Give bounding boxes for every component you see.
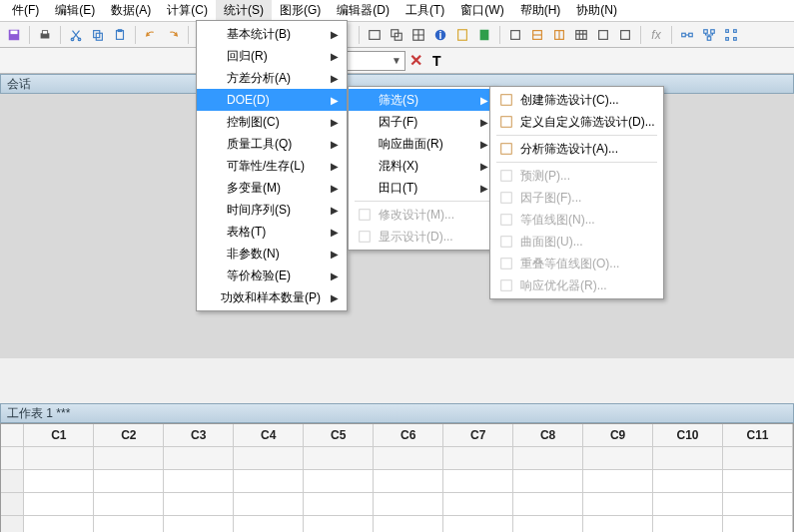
flow1-icon[interactable] bbox=[677, 25, 697, 45]
column-name-cell[interactable] bbox=[304, 447, 374, 469]
name-row-hdr[interactable] bbox=[1, 447, 24, 469]
data-cell[interactable] bbox=[653, 493, 723, 515]
stats-item[interactable]: 可靠性/生存(L)▶ bbox=[197, 155, 347, 177]
menu-item[interactable]: 编辑器(D) bbox=[329, 0, 397, 21]
stats-item[interactable]: 等价检验(E)▶ bbox=[197, 265, 347, 286]
data-cell[interactable] bbox=[234, 493, 304, 515]
screen-item[interactable]: 分析筛选设计(A)... bbox=[490, 138, 663, 160]
delete-icon[interactable]: ✕ bbox=[409, 51, 422, 70]
column-header[interactable]: C5 bbox=[304, 424, 374, 446]
data-cell[interactable] bbox=[513, 493, 583, 515]
stack-icon[interactable] bbox=[387, 25, 406, 45]
data-cell[interactable] bbox=[653, 470, 723, 492]
doe-item[interactable]: 因子(F)▶ bbox=[349, 111, 496, 133]
row-header[interactable] bbox=[1, 516, 24, 532]
data-cell[interactable] bbox=[723, 493, 793, 515]
data-cell[interactable] bbox=[164, 470, 234, 492]
doe-item[interactable]: 筛选(S)▶ bbox=[349, 89, 496, 111]
data-cell[interactable] bbox=[304, 470, 374, 492]
stats-item[interactable]: 控制图(C)▶ bbox=[197, 111, 347, 133]
copy-icon[interactable] bbox=[88, 25, 108, 45]
data-cell[interactable] bbox=[583, 516, 653, 532]
flow3-icon[interactable] bbox=[721, 25, 741, 45]
data-cell[interactable] bbox=[24, 493, 94, 515]
menu-item[interactable]: 协助(N) bbox=[568, 0, 625, 21]
grid-icon[interactable] bbox=[408, 25, 428, 45]
doe-item[interactable]: 田口(T)▶ bbox=[349, 177, 496, 199]
menu-item[interactable]: 数据(A) bbox=[103, 0, 159, 21]
data-cell[interactable] bbox=[164, 516, 234, 532]
column-name-cell[interactable] bbox=[94, 447, 164, 469]
stats-item[interactable]: 多变量(M)▶ bbox=[197, 177, 347, 199]
stats-item[interactable]: DOE(D)▶ bbox=[197, 89, 347, 111]
column-name-cell[interactable] bbox=[234, 447, 304, 469]
paste-icon[interactable] bbox=[110, 25, 130, 45]
data-cell[interactable] bbox=[304, 493, 374, 515]
data-cell[interactable] bbox=[374, 493, 443, 515]
column-header[interactable]: C1 bbox=[24, 424, 94, 446]
row-header[interactable] bbox=[1, 470, 24, 492]
save-icon[interactable] bbox=[4, 25, 24, 45]
data-cell[interactable] bbox=[723, 470, 793, 492]
column-name-cell[interactable] bbox=[583, 447, 653, 469]
data-cell[interactable] bbox=[443, 493, 513, 515]
data-cell[interactable] bbox=[723, 516, 793, 532]
cut-icon[interactable] bbox=[66, 25, 86, 45]
sheet-icon[interactable] bbox=[474, 25, 494, 45]
column-name-cell[interactable] bbox=[164, 447, 234, 469]
column-header[interactable]: C9 bbox=[583, 424, 653, 446]
stats-item[interactable]: 基本统计(B)▶ bbox=[197, 23, 347, 45]
data-cell[interactable] bbox=[94, 516, 164, 532]
data-cell[interactable] bbox=[583, 493, 653, 515]
redo-icon[interactable] bbox=[163, 25, 183, 45]
column-name-cell[interactable] bbox=[513, 447, 583, 469]
data-cell[interactable] bbox=[583, 470, 653, 492]
screen-item[interactable]: 创建筛选设计(C)... bbox=[490, 89, 663, 111]
box3-icon[interactable] bbox=[549, 25, 569, 45]
menu-item[interactable]: 帮助(H) bbox=[512, 0, 569, 21]
data-cell[interactable] bbox=[94, 493, 164, 515]
menu-item[interactable]: 窗口(W) bbox=[452, 0, 511, 21]
column-header[interactable]: C2 bbox=[94, 424, 164, 446]
data-cell[interactable] bbox=[513, 516, 583, 532]
undo-icon[interactable] bbox=[141, 25, 161, 45]
data-cell[interactable] bbox=[164, 493, 234, 515]
note-icon[interactable] bbox=[452, 25, 472, 45]
window-icon[interactable] bbox=[365, 25, 385, 45]
column-header[interactable]: C4 bbox=[234, 424, 304, 446]
stats-item[interactable]: 回归(R)▶ bbox=[197, 45, 347, 67]
column-header[interactable]: C3 bbox=[164, 424, 234, 446]
stats-item[interactable]: 非参数(N)▶ bbox=[197, 243, 347, 265]
screen-item[interactable]: 定义自定义筛选设计(D)... bbox=[490, 111, 663, 133]
data-cell[interactable] bbox=[234, 470, 304, 492]
data-cell[interactable] bbox=[94, 470, 164, 492]
table-icon[interactable] bbox=[571, 25, 591, 45]
doe-item[interactable]: 响应曲面(R)▶ bbox=[349, 133, 496, 155]
stats-item[interactable]: 时间序列(S)▶ bbox=[197, 199, 347, 221]
data-cell[interactable] bbox=[24, 470, 94, 492]
column-header[interactable]: C6 bbox=[374, 424, 443, 446]
column-name-cell[interactable] bbox=[443, 447, 513, 469]
column-name-cell[interactable] bbox=[374, 447, 443, 469]
data-cell[interactable] bbox=[234, 516, 304, 532]
data-cell[interactable] bbox=[304, 516, 374, 532]
column-header[interactable]: C10 bbox=[653, 424, 723, 446]
row-header[interactable] bbox=[1, 493, 24, 515]
text-icon[interactable]: T bbox=[432, 53, 441, 69]
data-cell[interactable] bbox=[374, 516, 443, 532]
menu-item[interactable]: 统计(S) bbox=[216, 0, 272, 21]
column-name-cell[interactable] bbox=[723, 447, 793, 469]
data-cell[interactable] bbox=[513, 470, 583, 492]
menu-item[interactable]: 计算(C) bbox=[159, 0, 216, 21]
stats-item[interactable]: 表格(T)▶ bbox=[197, 221, 347, 243]
flow2-icon[interactable] bbox=[699, 25, 719, 45]
column-name-cell[interactable] bbox=[653, 447, 723, 469]
menu-item[interactable]: 编辑(E) bbox=[47, 0, 103, 21]
box5-icon[interactable] bbox=[615, 25, 635, 45]
menu-item[interactable]: 件(F) bbox=[4, 0, 47, 21]
doe-item[interactable]: 混料(X)▶ bbox=[349, 155, 496, 177]
box2-icon[interactable] bbox=[527, 25, 547, 45]
data-cell[interactable] bbox=[443, 470, 513, 492]
corner-cell[interactable] bbox=[1, 424, 24, 446]
stats-item[interactable]: 方差分析(A)▶ bbox=[197, 67, 347, 89]
